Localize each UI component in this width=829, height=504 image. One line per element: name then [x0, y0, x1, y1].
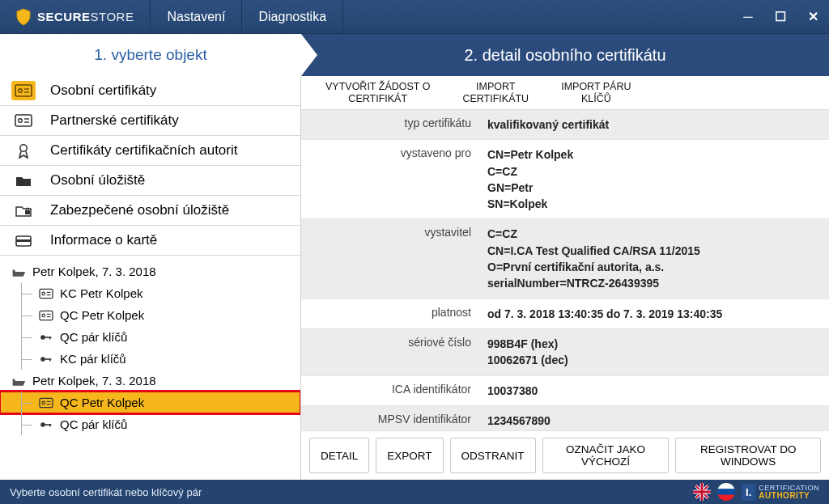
folderlock-icon: [11, 201, 36, 220]
step-2: 2. detail osobního certifikátu: [301, 34, 829, 76]
btn-register-windows[interactable]: REGISTROVAT DO WINDOWS: [675, 438, 821, 473]
properties-table: typ certifikátukvalifikovaný certifikátv…: [301, 110, 829, 466]
app-name-1: SECURE: [37, 10, 91, 23]
category-personal[interactable]: Osobní certifikáty: [0, 76, 300, 106]
cert-icon: [39, 396, 53, 409]
btn-remove[interactable]: ODSTRANIT: [450, 438, 536, 473]
tree-item[interactable]: QC Petr Kolpek: [0, 392, 300, 413]
property-value: kvalifikovaný certifikát: [479, 110, 829, 140]
app-name-2: STORE: [91, 10, 134, 23]
detail-pane: VYTVOŘIT ŽÁDOST O CERTIFIKÁT IMPORT CERT…: [301, 76, 829, 480]
tree-folder-label: Petr Kolpek, 7. 3. 2018: [32, 374, 156, 388]
category-secstore[interactable]: Zabezpečené osobní úložiště: [0, 196, 300, 226]
category-label: Osobní úložiště: [50, 172, 145, 188]
category-partner[interactable]: Partnerské certifikáty: [0, 106, 300, 136]
flag-uk-icon[interactable]: [693, 483, 711, 501]
tree-item[interactable]: KC pár klíčů: [0, 348, 300, 370]
property-value: CN=Petr KolpekC=CZGN=PetrSN=Kolpek: [479, 140, 829, 219]
btn-set-default[interactable]: OZNAČIT JAKO VÝCHOZÍ: [542, 438, 670, 473]
property-value: od 7. 3. 2018 13:40:35 do 7. 3. 2019 13:…: [479, 299, 829, 328]
cert-icon: [39, 309, 53, 322]
folder-icon: [11, 171, 36, 190]
status-hint: Vyberte osobní certifikát nebo klíčový p…: [10, 486, 202, 498]
property-label: vystavitel: [301, 219, 479, 299]
key-icon: [39, 418, 53, 431]
window-minimize[interactable]: ─: [732, 0, 764, 34]
category-label: Certifikáty certifikačních autorit: [50, 142, 237, 159]
menu-settings[interactable]: Nastavení: [150, 0, 242, 33]
sidebar: Osobní certifikátyPartnerské certifikáty…: [0, 76, 301, 480]
svg-rect-15: [717, 489, 735, 494]
tree-item-label: QC pár klíčů: [60, 330, 127, 344]
property-row: sériové číslo998B4F (hex)10062671 (dec): [301, 328, 829, 375]
action-import-keypair[interactable]: IMPORT PÁRU KLÍČŮ: [561, 81, 631, 104]
property-label: sériové číslo: [301, 328, 479, 375]
tree-item[interactable]: QC pár klíčů: [0, 413, 300, 435]
tree-item[interactable]: KC Petr Kolpek: [0, 282, 300, 304]
cert-icon: [39, 287, 53, 300]
property-value: 10037380: [479, 375, 829, 405]
cert-icon: [11, 111, 36, 130]
cert-icon: [11, 81, 36, 100]
property-row: platnostod 7. 3. 2018 13:40:35 do 7. 3. …: [301, 299, 829, 328]
tree-item[interactable]: QC Petr Kolpek: [0, 304, 300, 326]
property-value: C=CZCN=I.CA Test Qualified CA/RSA 11/201…: [479, 219, 829, 299]
action-create-request[interactable]: VYTVOŘIT ŽÁDOST O CERTIFIKÁT: [325, 81, 430, 104]
property-row: typ certifikátukvalifikovaný certifikát: [301, 110, 829, 140]
property-value: 998B4F (hex)10062671 (dec): [479, 328, 829, 375]
property-row: vystavitelC=CZCN=I.CA Test Qualified CA/…: [301, 219, 829, 299]
property-row: vystaveno proCN=Petr KolpekC=CZGN=PetrSN…: [301, 140, 829, 219]
category-ca[interactable]: Certifikáty certifikačních autorit: [0, 136, 300, 166]
tree-folder[interactable]: Petr Kolpek, 7. 3. 2018: [0, 370, 300, 392]
tree-folder[interactable]: Petr Kolpek, 7. 3. 2018: [0, 260, 300, 282]
menu-diagnostics[interactable]: Diagnostika: [242, 0, 343, 33]
open-folder-icon: [11, 265, 26, 278]
step-header: 1. vyberte objekt 2. detail osobního cer…: [0, 34, 829, 76]
card-icon: [11, 231, 36, 250]
window-maximize[interactable]: ☐: [764, 0, 797, 34]
key-icon: [39, 331, 53, 344]
flag-sk-icon[interactable]: [717, 483, 735, 501]
category-label: Partnerské certifikáty: [50, 112, 179, 129]
action-import-cert[interactable]: IMPORT CERTIFIKÁTU: [462, 81, 529, 104]
category-store[interactable]: Osobní úložiště: [0, 166, 300, 196]
properties-scroll[interactable]: typ certifikátukvalifikovaný certifikátv…: [301, 110, 829, 480]
category-label: Osobní certifikáty: [50, 83, 156, 99]
property-label: typ certifikátu: [301, 110, 479, 140]
tree-item-label: KC pár klíčů: [60, 352, 126, 366]
property-row: ICA identifikátor10037380: [301, 375, 829, 405]
statusbar: Vyberte osobní certifikát nebo klíčový p…: [0, 480, 829, 504]
tree-folder-label: Petr Kolpek, 7. 3. 2018: [32, 265, 156, 278]
detail-top-actions: VYTVOŘIT ŽÁDOST O CERTIFIKÁT IMPORT CERT…: [301, 76, 829, 110]
tree-item-label: KC Petr Kolpek: [60, 286, 143, 300]
step-1: 1. vyberte objekt: [0, 34, 301, 76]
category-label: Informace o kartě: [50, 232, 157, 248]
btn-detail[interactable]: DETAIL: [309, 438, 369, 473]
medal-icon: [11, 141, 36, 160]
tree-item-label: QC Petr Kolpek: [60, 396, 144, 409]
ca-badge[interactable]: I. CERTIFICATION AUTHORITY: [742, 484, 819, 501]
property-label: ICA identifikátor: [301, 375, 479, 405]
property-label: vystaveno pro: [301, 140, 479, 219]
app-logo: SECURESTORE: [0, 0, 150, 33]
titlebar: SECURESTORE Nastavení Diagnostika ─ ☐ ✕: [0, 0, 829, 34]
tree-item-label: QC pár klíčů: [60, 417, 127, 431]
window-close[interactable]: ✕: [797, 0, 829, 34]
category-card[interactable]: Informace o kartě: [0, 226, 300, 256]
tree-item[interactable]: QC pár klíčů: [0, 326, 300, 348]
svg-rect-14: [717, 483, 735, 489]
tree-item-label: QC Petr Kolpek: [60, 308, 144, 322]
category-label: Zabezpečené osobní úložiště: [50, 202, 229, 218]
shield-icon: [16, 8, 31, 26]
btn-export[interactable]: EXPORT: [376, 438, 443, 473]
key-icon: [39, 353, 53, 366]
property-label: platnost: [301, 299, 479, 328]
open-folder-icon: [11, 375, 26, 388]
detail-buttons: DETAIL EXPORT ODSTRANIT OZNAČIT JAKO VÝC…: [301, 430, 829, 480]
svg-rect-16: [717, 495, 735, 501]
